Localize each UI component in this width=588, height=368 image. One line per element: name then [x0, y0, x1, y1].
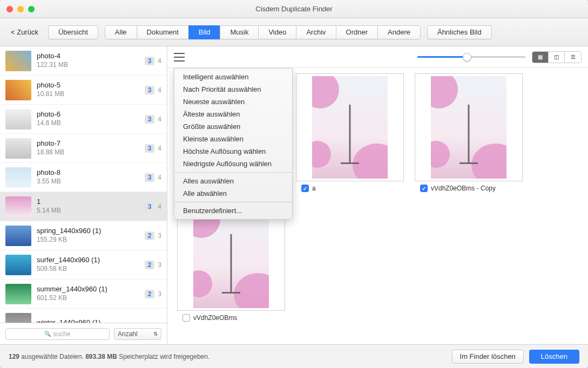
titlebar[interactable]: Cisdem Duplicate Finder: [0, 0, 588, 18]
delete-in-finder-button[interactable]: Im Finder löschen: [452, 350, 524, 364]
file-name: 1: [37, 197, 139, 207]
list-item[interactable]: photo-510.81 MB34: [0, 76, 167, 105]
search-icon: 🔍: [44, 331, 51, 337]
menu-item[interactable]: Kleinste auswählen: [174, 133, 292, 145]
total-count: 3: [158, 261, 161, 269]
total-count: 4: [158, 57, 161, 65]
toolbar: < Zurück Übersicht AlleDokumentBildMusik…: [0, 18, 588, 46]
thumbnail-icon: [5, 51, 31, 71]
menu-item[interactable]: Höchste Auflösung wählen: [174, 145, 292, 158]
tab-bild[interactable]: Bild: [188, 25, 220, 39]
selection-menu-button[interactable]: [174, 53, 185, 62]
list-item[interactable]: photo-4122.31 MB34: [0, 46, 167, 76]
selected-count-badge: 3: [145, 86, 155, 94]
freed-size: 893.38 MB: [85, 353, 117, 360]
selected-count-badge: 2: [145, 290, 155, 298]
list-item[interactable]: spring_1440x960 (1)155.29 KB23: [0, 221, 167, 250]
total-count: 4: [158, 86, 161, 94]
tab-archiv[interactable]: Archiv: [296, 25, 335, 39]
back-button[interactable]: < Zurück: [8, 28, 42, 36]
menu-item[interactable]: Intelligent auswählen: [174, 71, 292, 83]
menu-item[interactable]: Niedrigste Auflösung wählen: [174, 158, 292, 170]
similar-image-button[interactable]: Ähnliches Bild: [427, 25, 492, 39]
thumbnail-icon: [5, 284, 31, 304]
menu-item[interactable]: Älteste auswählen: [174, 108, 292, 120]
file-name: vVdhZ0eOBms: [193, 314, 237, 322]
menu-item[interactable]: Alles auswählen: [174, 175, 292, 187]
total-count: 4: [158, 174, 161, 181]
thumbnail-icon: [5, 138, 31, 159]
file-name: vVdhZ0eOBms - Copy: [431, 185, 496, 192]
select-checkbox[interactable]: [301, 185, 309, 192]
sort-select[interactable]: Anzahl ⇅: [114, 328, 161, 340]
view-compare-button[interactable]: ◫: [549, 52, 565, 63]
delete-button[interactable]: Löschen: [529, 350, 579, 364]
file-name: winter_1440x960 (1): [37, 318, 161, 323]
file-size: 5.14 MB: [37, 207, 139, 215]
category-tabs: AlleDokumentBildMusikVideoArchivOrdnerAn…: [105, 25, 421, 39]
footer: 129 ausgewählte Dateien. 893.38 MB Speic…: [0, 344, 588, 368]
file-name: spring_1440x960 (1): [37, 227, 139, 236]
tab-andere[interactable]: Andere: [377, 25, 421, 39]
thumbnail-icon: [5, 196, 31, 217]
file-size: 155.29 KB: [37, 236, 139, 244]
tab-alle[interactable]: Alle: [105, 25, 137, 39]
file-size: 18.88 MB: [37, 148, 139, 157]
menu-item[interactable]: Größte auswählen: [174, 120, 292, 133]
main-header: ▦ ◫ ☰: [167, 46, 588, 68]
thumbnail-card[interactable]: vVdhZ0eOBms - Copy: [415, 73, 523, 192]
total-count: 3: [158, 232, 161, 240]
search-placeholder: suche: [53, 330, 70, 338]
total-count: 4: [158, 145, 161, 152]
menu-item[interactable]: Nach Priorität auswählen: [174, 83, 292, 96]
menu-item[interactable]: Neueste auswählen: [174, 96, 292, 108]
compare-icon: ◫: [554, 54, 559, 60]
thumbnail-frame: [296, 73, 404, 181]
selected-count-badge: 3: [145, 57, 155, 65]
thumbnail-size-slider[interactable]: [417, 52, 525, 63]
thumbnail-frame: [415, 73, 523, 181]
tab-video[interactable]: Video: [258, 25, 296, 39]
selected-count: 129: [9, 353, 19, 360]
file-size: 10.81 MB: [37, 90, 139, 99]
list-item[interactable]: winter_1440x960 (1): [0, 309, 167, 323]
file-name: photo-5: [37, 81, 139, 90]
thumbnail-card[interactable]: vVdhZ0eOBms: [177, 203, 285, 322]
tab-dokument[interactable]: Dokument: [137, 25, 188, 39]
overview-button[interactable]: Übersicht: [48, 25, 98, 39]
thumbnail-icon: [5, 313, 31, 323]
window-title: Cisdem Duplicate Finder: [0, 5, 588, 13]
list-item[interactable]: surfer_1440x960 (1)509.58 KB23: [0, 250, 167, 280]
select-checkbox[interactable]: [183, 314, 190, 322]
list-icon: ☰: [571, 54, 576, 60]
file-size: 122.31 MB: [37, 61, 139, 70]
selected-count-badge: 3: [145, 115, 155, 124]
tab-ordner[interactable]: Ordner: [336, 25, 377, 39]
main-panel: ▦ ◫ ☰ Intelligent auswählenNach Prioritä…: [167, 46, 588, 344]
thumbnail-card[interactable]: a: [296, 73, 404, 192]
select-checkbox[interactable]: [420, 185, 428, 192]
image-preview: [193, 206, 269, 308]
view-grid-button[interactable]: ▦: [532, 52, 549, 63]
tab-musik[interactable]: Musik: [220, 25, 258, 39]
list-item[interactable]: 15.14 MB34: [0, 192, 167, 221]
view-mode-segmented: ▦ ◫ ☰: [532, 51, 582, 63]
chevron-updown-icon: ⇅: [153, 331, 158, 337]
menu-item[interactable]: Benutzerdefiniert...: [174, 205, 292, 217]
view-list-button[interactable]: ☰: [565, 52, 581, 63]
selected-count-badge: 3: [145, 144, 155, 153]
list-item[interactable]: photo-614.6 MB34: [0, 105, 167, 134]
sort-label: Anzahl: [118, 330, 138, 338]
thumbnail-icon: [5, 255, 31, 275]
thumbnail-icon: [5, 109, 31, 130]
menu-item[interactable]: Alle abwählen: [174, 187, 292, 200]
list-item[interactable]: photo-83.55 MB34: [0, 163, 167, 192]
list-item[interactable]: photo-718.88 MB34: [0, 134, 167, 163]
list-item[interactable]: summer_1440x960 (1)601.52 KB23: [0, 280, 167, 309]
file-size: 509.58 KB: [37, 265, 139, 274]
file-name: photo-8: [37, 168, 139, 178]
total-count: 3: [158, 290, 161, 298]
file-name: photo-6: [37, 110, 139, 119]
selected-count-badge: 2: [145, 261, 155, 269]
search-input[interactable]: 🔍 suche: [5, 328, 110, 340]
